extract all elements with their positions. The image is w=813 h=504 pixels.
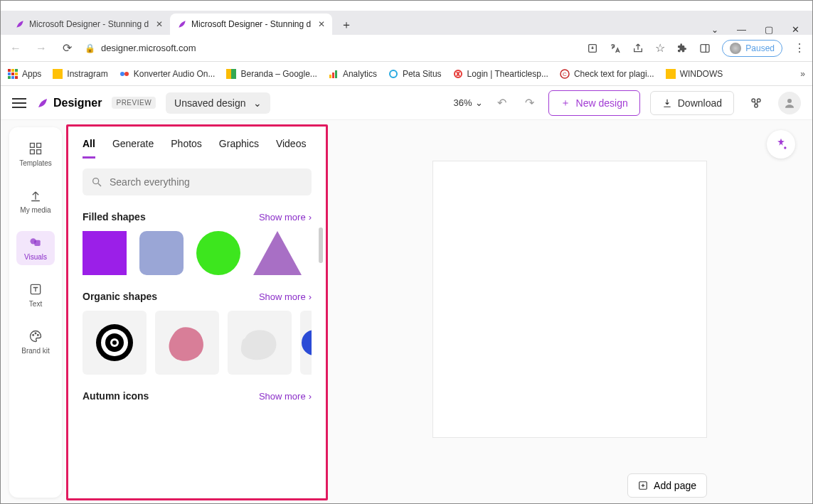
panel-tabs: All Generate Photos Graphics Videos (83, 138, 312, 159)
rail-text[interactable]: Text (16, 278, 55, 312)
extensions-icon[interactable] (676, 43, 688, 54)
site-icon (453, 69, 463, 79)
bookmark-item[interactable]: Instragram (53, 69, 107, 79)
add-page-label: Add page (654, 480, 696, 491)
svg-rect-20 (37, 150, 41, 154)
account-avatar[interactable] (778, 92, 801, 114)
text-icon (28, 282, 43, 296)
section-title: Autumn icons (83, 390, 149, 402)
chevron-down-icon[interactable]: ⌄ (711, 25, 718, 35)
rail-visuals[interactable]: Visuals (16, 231, 55, 265)
search-field[interactable] (110, 176, 303, 188)
share-icon[interactable] (632, 43, 644, 54)
svg-point-10 (390, 70, 397, 77)
panel-tab-photos[interactable]: Photos (171, 138, 202, 159)
rail-brand-kit[interactable]: Brand kit (16, 325, 55, 359)
apps-icon (8, 69, 18, 79)
bookmark-label: WINDOWS (680, 69, 723, 79)
bookmark-item[interactable]: WINDOWS (666, 69, 723, 79)
app-brand[interactable]: Designer (36, 97, 102, 109)
svg-rect-17 (31, 144, 35, 148)
close-icon[interactable]: ✕ (318, 19, 325, 29)
svg-point-25 (35, 333, 36, 334)
omnibox[interactable]: 🔒 designer.microsoft.com (85, 38, 483, 59)
ai-assist-button[interactable] (767, 130, 795, 159)
svg-rect-19 (31, 150, 35, 154)
install-app-icon[interactable] (587, 43, 598, 54)
svg-point-3 (120, 72, 124, 76)
download-button[interactable]: Download (650, 91, 734, 115)
close-icon[interactable]: ✕ (156, 19, 163, 29)
address-bar: ← → ⟳ 🔒 designer.microsoft.com ☆ Paused … (1, 35, 812, 62)
organic-shape-card[interactable] (228, 311, 292, 375)
show-more-link[interactable]: Show more› (259, 212, 312, 222)
organic-shape-card[interactable] (300, 311, 312, 375)
organic-shape-card[interactable] (83, 311, 147, 375)
app-toolbar: Designer PREVIEW Unsaved design ⌄ 36% ⌄ … (1, 86, 812, 120)
bookmark-item[interactable]: Peta Situs (388, 69, 442, 79)
brand-text: Designer (53, 97, 102, 109)
visuals-panel: All Generate Photos Graphics Videos Fill… (66, 124, 328, 500)
shape-triangle[interactable] (253, 231, 302, 275)
bookmark-item[interactable]: Beranda – Google... (226, 69, 317, 79)
shape-square[interactable] (83, 231, 127, 275)
rail-label: Templates (19, 159, 52, 167)
canvas-area: Add page (328, 120, 812, 504)
panel-tab-graphics[interactable]: Graphics (219, 138, 259, 159)
bookmark-apps[interactable]: Apps (8, 69, 41, 79)
visuals-icon (28, 235, 43, 250)
minimize-icon[interactable]: ― (737, 24, 746, 35)
svg-rect-8 (332, 73, 334, 78)
bookmark-label: Konverter Audio On... (134, 69, 216, 79)
add-page-button[interactable]: Add page (627, 473, 707, 498)
site-icon (119, 69, 129, 79)
shape-rounded-square[interactable] (139, 231, 184, 275)
close-window-icon[interactable]: ✕ (792, 24, 799, 35)
panel-tab-generate[interactable]: Generate (112, 138, 154, 159)
rail-templates[interactable]: Templates (16, 137, 55, 171)
chevron-right-icon: › (309, 212, 312, 222)
section-title: Filled shapes (83, 211, 146, 222)
show-more-link[interactable]: Show more› (259, 391, 312, 402)
panel-tab-all[interactable]: All (83, 138, 95, 159)
undo-button[interactable]: ↶ (493, 96, 511, 109)
hamburger-menu-button[interactable] (12, 98, 26, 108)
translate-icon[interactable] (610, 43, 621, 54)
reload-button[interactable]: ⟳ (59, 41, 75, 56)
forward-button[interactable]: → (33, 41, 49, 56)
browser-tab[interactable]: Microsoft Designer - Stunning d ✕ (170, 14, 332, 35)
panel-scrollbar[interactable] (319, 227, 323, 263)
svg-point-16 (787, 99, 792, 103)
kebab-menu-icon[interactable]: ⋮ (794, 41, 805, 55)
new-tab-button[interactable]: ＋ (336, 15, 356, 35)
rail-my-media[interactable]: My media (16, 184, 55, 218)
show-more-link[interactable]: Show more› (259, 291, 312, 302)
shape-circle[interactable] (196, 231, 240, 275)
chevron-down-icon: ⌄ (475, 97, 483, 108)
maximize-icon[interactable]: ▢ (765, 24, 773, 35)
star-icon[interactable]: ☆ (655, 41, 665, 55)
bookmark-item[interactable]: Analytics (329, 69, 377, 79)
search-input[interactable] (83, 168, 312, 195)
profile-paused-chip[interactable]: Paused (722, 40, 782, 57)
settings-button[interactable] (744, 91, 768, 115)
bookmark-item[interactable]: CCheck text for plagi... (560, 69, 654, 79)
lock-icon: 🔒 (85, 43, 95, 53)
zoom-control[interactable]: 36% ⌄ (454, 97, 483, 108)
redo-button[interactable]: ↷ (521, 96, 538, 109)
design-canvas[interactable] (433, 161, 706, 437)
panel-tab-videos[interactable]: Videos (276, 138, 307, 159)
bookmarks-overflow-icon[interactable]: » (800, 69, 805, 79)
sidepanel-icon[interactable] (699, 43, 711, 54)
organic-shape-card[interactable] (155, 311, 219, 375)
design-name-dropdown[interactable]: Unsaved design ⌄ (166, 92, 270, 114)
favicon-icon (15, 19, 25, 29)
svg-rect-6 (231, 69, 236, 79)
browser-tab[interactable]: Microsoft Designer - Stunning d ✕ (8, 14, 170, 35)
svg-text:C: C (563, 71, 567, 77)
bookmark-item[interactable]: Konverter Audio On... (119, 69, 216, 79)
new-design-button[interactable]: ＋ New design (548, 90, 640, 116)
svg-point-35 (784, 146, 786, 149)
back-button[interactable]: ← (8, 41, 23, 56)
bookmark-item[interactable]: Login | Thearticlesp... (453, 69, 548, 79)
